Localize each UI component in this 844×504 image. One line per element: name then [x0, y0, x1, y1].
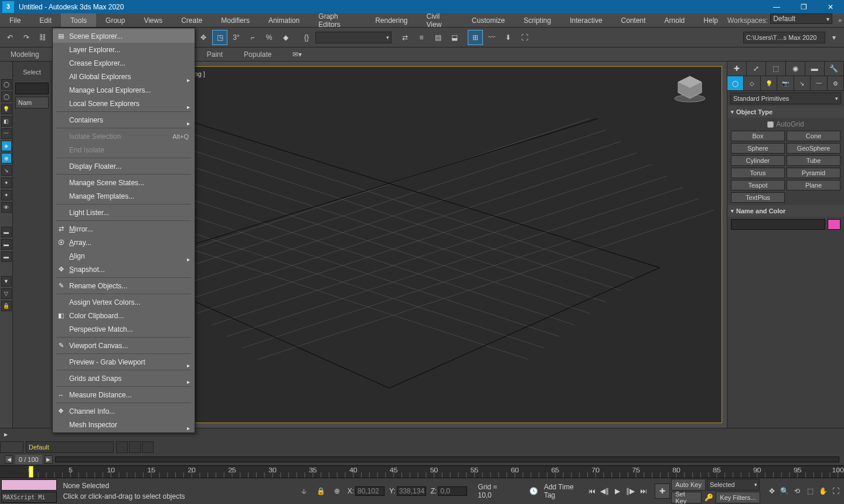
strip-btn-14[interactable]: ▬ — [1, 251, 12, 262]
primitive-cylinder[interactable]: Cylinder — [731, 155, 785, 166]
scene-explorer-filter[interactable] — [15, 83, 49, 94]
minimize-button[interactable]: — — [763, 0, 790, 13]
mirror-button[interactable]: ⇄ — [397, 30, 413, 45]
goto-end-button[interactable]: ⏭ — [638, 485, 649, 497]
menu-interactive[interactable]: Interactive — [560, 13, 611, 27]
strip-btn-16[interactable]: ▽ — [1, 288, 12, 299]
abs-rel-icon[interactable]: ⊕ — [331, 485, 343, 497]
primitive-tube[interactable]: Tube — [787, 155, 840, 166]
primitive-textplus[interactable]: TextPlus — [731, 192, 785, 203]
tab-display[interactable]: ▬ — [805, 62, 825, 76]
auto-key-button[interactable]: Auto Key — [671, 479, 706, 491]
slider-left[interactable]: ◀ — [5, 455, 13, 464]
menu-item-local-scene-explorers[interactable]: Local Scene Explorers — [53, 97, 195, 110]
object-color-swatch[interactable] — [828, 219, 840, 230]
subtab-shapes[interactable]: ◇ — [744, 76, 760, 90]
viewcube[interactable] — [672, 74, 707, 103]
strip-btn-5[interactable]: 〰 — [1, 128, 12, 139]
named-sel-dropdown[interactable] — [315, 32, 392, 43]
menu-item-manage-scene-states[interactable]: Manage Scene States... — [53, 176, 195, 189]
subtab-helpers[interactable]: ↘ — [794, 76, 811, 90]
menu-item-light-lister[interactable]: Light Lister... — [53, 206, 195, 219]
menu-item-layer-explorer[interactable]: Layer Explorer... — [53, 43, 195, 56]
menu-civil-view[interactable]: Civil View — [417, 13, 462, 27]
status-color-swatch[interactable] — [1, 479, 57, 491]
path-arrow[interactable]: ▾ — [826, 30, 842, 45]
key-icon[interactable]: 🔑 — [703, 492, 714, 503]
redo-button[interactable]: ↷ — [19, 30, 34, 45]
strip-btn-11[interactable]: 👁 — [1, 202, 12, 213]
ribbon-tab-paint[interactable]: Paint — [196, 47, 233, 61]
menu-item-scene-explorer[interactable]: ▤Scene Explorer... — [53, 29, 195, 43]
strip-btn-6[interactable]: ◆ — [1, 141, 12, 151]
time-ruler[interactable]: 0510152025303540455055606570758085909510… — [0, 465, 844, 478]
workspaces-arrow[interactable]: » — [836, 13, 844, 27]
menu-item-measure-distance[interactable]: ↔Measure Distance... — [53, 388, 195, 401]
primitive-teapot[interactable]: Teapot — [731, 180, 785, 190]
menu-graph-editors[interactable]: Graph Editors — [309, 13, 366, 27]
nav-region-button[interactable]: ⬚ — [804, 485, 816, 497]
ribbon-tab-modeling[interactable]: Modeling — [0, 47, 50, 61]
menu-file[interactable]: File — [0, 13, 30, 27]
tab-create[interactable]: ✚ — [727, 62, 747, 76]
subtab-spacewarps[interactable]: 〰 — [811, 76, 827, 90]
strip-btn-13[interactable]: ▬ — [1, 239, 12, 250]
menu-customize[interactable]: Customize — [462, 13, 515, 27]
material-preview[interactable] — [0, 441, 23, 453]
strip-btn-8[interactable]: ↘ — [1, 165, 12, 176]
menu-arnold[interactable]: Arnold — [655, 13, 695, 27]
slider-right[interactable]: ▶ — [45, 455, 53, 464]
render-button[interactable]: ⛶ — [517, 30, 532, 45]
menu-item-display-floater[interactable]: Display Floater... — [53, 159, 195, 173]
menu-item-rename-objects[interactable]: ✎Rename Objects... — [53, 279, 195, 292]
render-setup-button[interactable]: ⬇ — [501, 30, 516, 45]
undo-button[interactable]: ↶ — [2, 30, 18, 45]
menu-content[interactable]: Content — [612, 13, 655, 27]
select-move-button[interactable]: ✥ — [196, 30, 211, 45]
percent-button[interactable]: % — [261, 30, 277, 45]
menu-scripting[interactable]: Scripting — [515, 13, 561, 27]
menu-item-array[interactable]: ⦿Array... — [53, 236, 195, 249]
tab-modify[interactable]: ⤢ — [747, 62, 766, 76]
key-mode-button[interactable]: ✚ — [655, 483, 670, 499]
subtab-geometry[interactable]: ◯ — [727, 76, 744, 90]
link-button[interactable]: ⛓ — [35, 30, 50, 45]
workspaces-select[interactable]: Default — [770, 13, 832, 24]
menu-item-channel-info[interactable]: ❖Channel Info... — [53, 404, 195, 418]
spinner-snap-button[interactable]: ◆ — [278, 30, 293, 45]
percent-snap-button[interactable]: ⌐ — [245, 30, 260, 45]
close-button[interactable]: ✕ — [817, 0, 844, 13]
nav-pan-button[interactable]: ✥ — [766, 485, 778, 497]
tab-hierarchy[interactable]: ⬚ — [766, 62, 785, 76]
menu-create[interactable]: Create — [172, 13, 212, 27]
project-path[interactable]: C:\Users\T…s Max 2020 — [743, 32, 825, 43]
set-key-button[interactable]: Set Key — [671, 492, 702, 503]
menu-views[interactable]: Views — [134, 13, 172, 27]
menu-item-assign-vertex-colors[interactable]: Assign Vertex Colors... — [53, 295, 195, 309]
play-button[interactable]: ▶ — [612, 485, 624, 497]
prev-frame-button[interactable]: ◀∥ — [599, 485, 611, 497]
autogrid-checkbox[interactable]: AutoGrid — [731, 120, 840, 128]
schematic-button[interactable]: ⊞ — [468, 30, 483, 45]
menu-item-preview-grab-viewport[interactable]: Preview - Grab Viewport — [53, 355, 195, 369]
nav-maximize-button[interactable]: ⛶ — [830, 485, 842, 497]
menu-help[interactable]: Help — [694, 13, 727, 27]
category-dropdown[interactable]: Standard Primitives — [730, 93, 841, 104]
menu-item-perspective-match[interactable]: Perspective Match... — [53, 322, 195, 336]
scene-explorer-column[interactable]: Nam — [15, 97, 49, 108]
time-slider[interactable] — [55, 457, 839, 462]
menu-item-manage-templates[interactable]: Manage Templates... — [53, 189, 195, 203]
menu-item-mesh-inspector[interactable]: Mesh Inspector — [53, 418, 195, 431]
nav-zoom-button[interactable]: 🔍 — [779, 485, 791, 497]
trackbar-play-icon[interactable]: ▸ — [0, 430, 12, 438]
strip-btn-7[interactable]: ◉ — [1, 153, 12, 164]
layer-btn-2[interactable] — [129, 441, 141, 453]
lock-icon[interactable]: ⫝ — [298, 485, 310, 497]
menu-item-viewport-canvas[interactable]: ✎Viewport Canvas... — [53, 339, 195, 352]
lock-selection-icon[interactable]: 🔒 — [315, 485, 326, 497]
key-target-dropdown[interactable]: Selected — [707, 479, 760, 491]
strip-btn-9[interactable]: ✦ — [1, 178, 12, 188]
z-field[interactable]: 0,0 — [438, 486, 467, 496]
y-field[interactable]: 338,134 — [397, 486, 426, 496]
strip-btn-17[interactable]: 🔒 — [1, 301, 12, 311]
